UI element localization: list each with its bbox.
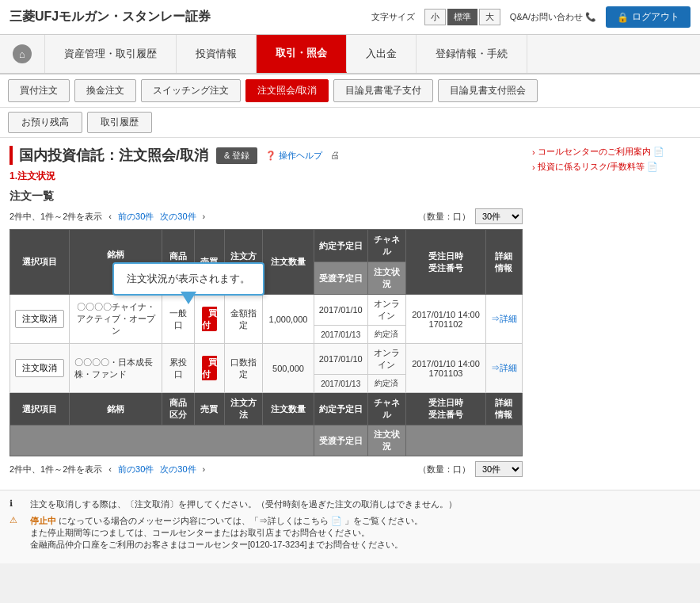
buy-badge-2: 買付: [202, 356, 217, 380]
kubun-cell-2: 累投口: [162, 344, 194, 393]
th-status: 注文状況: [367, 262, 405, 295]
nav-register[interactable]: 登録情報・手続: [417, 35, 527, 73]
logout-button[interactable]: 🔒 ログアウト: [606, 6, 690, 28]
footer-th-brand: 銘柄: [70, 393, 162, 426]
register-button[interactable]: & 登録: [216, 147, 257, 164]
th-detail: 詳細情報: [485, 230, 522, 295]
per-page-select[interactable]: 30件 50件 100件: [475, 208, 523, 224]
main-nav: ⌂ 資産管理・取引履歴 投資情報 取引・照会 入出金 登録情報・手続: [0, 35, 700, 74]
font-medium-button[interactable]: 標準: [447, 9, 477, 25]
header-controls: 文字サイズ 小 標準 大 Q&A/お問い合わせ 📞 🔒 ログアウト: [371, 6, 690, 28]
th-select: 選択項目: [10, 230, 70, 295]
main-content: 国内投資信託：注文照会/取消 & 登録 ❓ 操作ヘルプ 🖨 1.注文状況 注文一…: [10, 146, 523, 482]
logo: 三菱UFJモルガン・スタンレー証券: [10, 9, 211, 25]
yakudate-cell-1: 2017/01/10: [314, 295, 367, 326]
svg-marker-0: [181, 292, 196, 304]
info-icon: ℹ: [10, 498, 24, 509]
orders-table: 選択項目 銘柄 ↓ 商品区分 売買: [10, 229, 523, 456]
sidebar-link-call[interactable]: › コールセンターのご利用案内 📄: [532, 146, 690, 158]
help-button[interactable]: ❓ 操作ヘルプ: [265, 150, 322, 162]
status-cell-1: 約定済: [367, 326, 405, 344]
footer-th-quantity: 注文数量: [263, 393, 314, 426]
note-text-3: また停止期間等につましては、コールセンターまたはお取引店までお問合せください。: [30, 528, 370, 537]
th-quantity: 注文数量: [263, 230, 314, 295]
chumon-cell-2: 口数指定: [225, 344, 263, 393]
content-layout: 国内投資信託：注文照会/取消 & 登録 ❓ 操作ヘルプ 🖨 1.注文状況 注文一…: [10, 146, 690, 482]
footer-th-chumon: 注文方法: [225, 393, 263, 426]
warning-icon: ⚠: [10, 515, 24, 525]
th-juchu: 受注日時受注番号: [406, 230, 486, 295]
status-cell-2: 約定済: [367, 375, 405, 393]
sidebar: › コールセンターのご利用案内 📄 › 投資に係るリスク/手数料等 📄: [532, 146, 690, 482]
next-page-link-bottom[interactable]: 次の30件: [160, 464, 196, 475]
font-small-button[interactable]: 小: [424, 9, 446, 25]
sub-balance-button[interactable]: お預り残高: [8, 112, 82, 133]
lock-icon: 🔒: [617, 12, 629, 23]
table-container: 注文状況が表示されます。 選択項目 銘柄: [10, 229, 523, 456]
sub-nav2: お預り残高 取引履歴: [0, 108, 700, 138]
print-icon[interactable]: 🖨: [330, 150, 340, 161]
sub-prospectus2-button[interactable]: 目論見書支付照会: [438, 79, 538, 102]
footer-th-kubun: 商品区分: [162, 393, 194, 426]
table-row: 注文取消 〇〇〇〇チャイナ・アクティブ・オープン 一般口 買付: [10, 295, 523, 326]
nav-home[interactable]: ⌂: [0, 35, 45, 73]
per-page-select-bottom[interactable]: 30件 50件 100件: [475, 461, 523, 477]
footer-th-spacer: [10, 426, 314, 456]
juchu-cell-2: 2017/01/10 14:00 1701103: [406, 344, 486, 393]
detail-link-2[interactable]: 詳細: [491, 363, 517, 372]
pagination-top: 2件中、1件～2件を表示 ‹ 前の30件 次の30件 › （数量：口） 30件 …: [10, 208, 523, 224]
sub-exchange-button[interactable]: 換金注文: [74, 79, 136, 102]
chevron-right-icon: ›: [532, 147, 535, 157]
footer-th-channel: チャネル: [367, 393, 405, 426]
pagination-right: （数量：口） 30件 50件 100件: [418, 208, 523, 224]
sub-buy-button[interactable]: 買付注文: [8, 79, 70, 102]
th-channel: チャネル: [367, 230, 405, 262]
detail-link-1[interactable]: 詳細: [491, 314, 517, 323]
next-arrow: ›: [203, 212, 206, 221]
footer-th-ukewatashi: 受渡予定日: [314, 426, 367, 456]
pagination-left: 2件中、1件～2件を表示 ‹ 前の30件 次の30件 ›: [10, 211, 205, 223]
ukewatashi-cell-2: 2017/01/13: [314, 375, 367, 393]
detail-here-link[interactable]: 📄: [331, 516, 342, 525]
font-large-button[interactable]: 大: [479, 9, 500, 25]
quantity-cell-2: 500,000: [263, 344, 314, 393]
ukewatashi-cell-1: 2017/01/13: [314, 326, 367, 344]
count-text: 2件中、1件～2件を表示: [10, 211, 102, 223]
nav-asset[interactable]: 資産管理・取引履歴: [45, 35, 177, 73]
brand-cell-1: 〇〇〇〇チャイナ・アクティブ・オープン: [70, 295, 162, 344]
note-row-2: ⚠ 停止中 になっている場合のメッセージ内容については、「⇒詳しくはこちら 📄 …: [10, 515, 690, 551]
prev-page-link-bottom[interactable]: 前の30件: [118, 464, 154, 475]
sidebar-link-risk[interactable]: › 投資に係るリスク/手数料等 📄: [532, 161, 690, 173]
nav-invest[interactable]: 投資情報: [177, 35, 257, 73]
footer-th-juchu: 受注日時受注番号: [406, 393, 486, 426]
count-label-bottom: （数量：口）: [418, 464, 470, 475]
table-row: 注文取消 〇〇〇〇・日本成長株・ファンド 累投口 買付: [10, 344, 523, 375]
sub-prospectus-button[interactable]: 目論見書電子支付: [333, 79, 433, 102]
detail-cell-1: 詳細: [485, 295, 522, 344]
prev-page-link[interactable]: 前の30件: [118, 211, 154, 223]
note-row-1: ℹ 注文を取消しする際は、〔注文取消〕を押してください。（受付時刻を過ぎた注文の…: [10, 498, 690, 510]
footer-th-urikkai: 売買: [194, 393, 224, 426]
chumon-cell-1: 金額指定: [225, 295, 263, 344]
tooltip-arrow: [181, 292, 196, 307]
nav-trade[interactable]: 取引・照会: [257, 35, 347, 73]
note-text-1: 注文を取消しする際は、〔注文取消〕を押してください。（受付時刻を過ぎた注文の取消…: [30, 498, 457, 510]
footer-th-status: 注文状況: [367, 426, 405, 456]
sub-order-button[interactable]: 注文照会/取消: [245, 79, 329, 102]
cancel-button-2[interactable]: 注文取消: [15, 359, 64, 377]
sub-history-button[interactable]: 取引履歴: [87, 112, 152, 133]
qa-link[interactable]: Q&A/お問い合わせ 📞: [510, 11, 596, 23]
content-area: 国内投資信託：注文照会/取消 & 登録 ❓ 操作ヘルプ 🖨 1.注文状況 注文一…: [0, 138, 700, 490]
channel-cell-1: オンライン: [367, 295, 405, 326]
quantity-cell-1: 1,000,000: [263, 295, 314, 344]
home-icon: ⌂: [13, 44, 32, 63]
next-page-link[interactable]: 次の30件: [160, 211, 196, 223]
yakudate-cell-2: 2017/01/10: [314, 344, 367, 375]
sub-switching-button[interactable]: スイッチング注文: [141, 79, 241, 102]
urikkai-cell-1: 買付: [194, 295, 224, 344]
note-text-4: 金融商品仲介口座をご利用のお客さまはコールセンター[0120-17-3234]ま…: [30, 540, 403, 549]
juchu-cell-1: 2017/01/10 14:00 1701102: [406, 295, 486, 344]
nav-deposit[interactable]: 入出金: [347, 35, 417, 73]
cancel-cell-1: 注文取消: [10, 295, 70, 344]
cancel-button-1[interactable]: 注文取消: [15, 310, 64, 328]
